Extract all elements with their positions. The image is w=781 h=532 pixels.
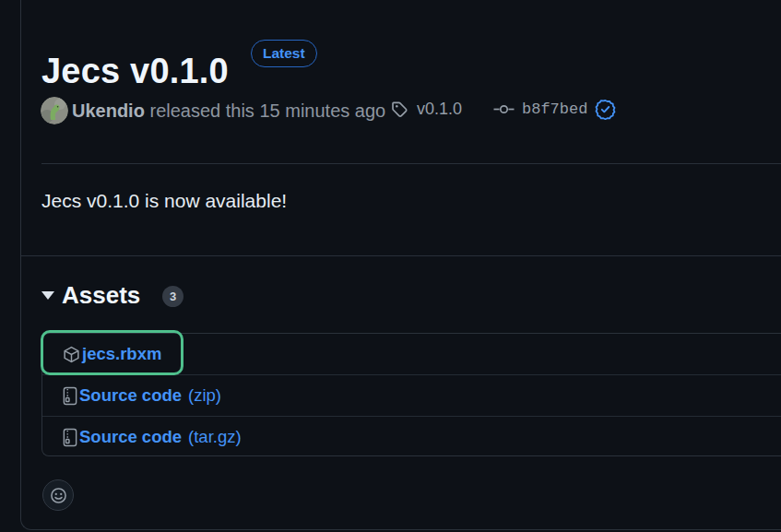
smiley-icon xyxy=(50,487,67,504)
commit-sha-link[interactable]: b8f7bed xyxy=(522,100,587,118)
body-divider xyxy=(21,255,781,256)
released-ago-text: released this 15 minutes ago xyxy=(149,100,385,121)
verified-badge-icon[interactable] xyxy=(595,99,616,120)
release-page: Jecs v0.1.0 Latest Ukendio released this… xyxy=(0,0,781,532)
release-byline: Ukendio released this 15 minutes ago xyxy=(72,100,385,122)
latest-release-badge[interactable]: Latest xyxy=(251,40,317,67)
commit-icon xyxy=(493,102,515,116)
author-avatar[interactable] xyxy=(41,97,68,124)
assets-heading-label: Assets xyxy=(62,281,140,309)
header-divider xyxy=(41,163,781,164)
asset-link-suffix: (zip) xyxy=(188,385,221,406)
tag-icon xyxy=(391,100,408,118)
asset-row-jecs-rbxm[interactable]: jecs.rbxm xyxy=(42,334,781,374)
asset-link-label: Source code xyxy=(79,427,182,447)
release-description: Jecs v0.1.0 is now available! xyxy=(41,190,287,212)
file-zip-icon xyxy=(63,386,77,406)
add-reaction-button[interactable] xyxy=(42,479,74,511)
release-title: Jecs v0.1.0 xyxy=(41,51,229,91)
avatar-image xyxy=(41,97,68,124)
asset-row-source-targz[interactable]: Source code (tar.gz) xyxy=(42,416,781,457)
caret-down-icon xyxy=(41,291,54,300)
latest-release-badge-label: Latest xyxy=(263,45,305,62)
asset-link-suffix: (tar.gz) xyxy=(188,427,242,447)
assets-table: jecs.rbxm Source code (zip) xyxy=(41,333,781,456)
asset-row-source-zip[interactable]: Source code (zip) xyxy=(42,374,781,416)
asset-link-label: jecs.rbxm xyxy=(82,344,161,364)
release-tag: v0.1.0 xyxy=(391,100,462,119)
file-zip-icon xyxy=(63,428,77,447)
assets-toggle[interactable]: Assets xyxy=(41,281,140,309)
author-login-link[interactable]: Ukendio xyxy=(72,100,145,121)
asset-link-label: Source code xyxy=(79,385,182,406)
release-commit: b8f7bed xyxy=(493,99,616,120)
tag-name: v0.1.0 xyxy=(417,100,462,119)
assets-count-badge: 3 xyxy=(162,286,183,307)
package-icon xyxy=(63,346,80,363)
